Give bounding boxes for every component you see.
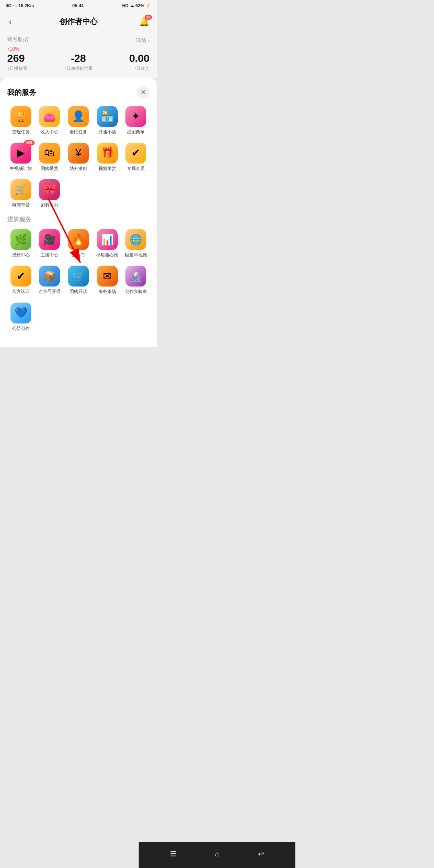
service-item[interactable]: 👛收入中心	[36, 106, 63, 135]
status-time: 05:44	[72, 3, 84, 8]
service-label: 视频赞赏	[98, 166, 116, 171]
service-label: 成长中心	[12, 252, 30, 258]
recommend-badge: 推荐	[24, 140, 35, 145]
service-item[interactable]: 📦企业号开通	[36, 266, 63, 294]
close-button[interactable]: ✕	[137, 86, 149, 99]
service-label: 巨量本地推	[125, 252, 147, 258]
service-label: 专属会员	[127, 166, 145, 171]
service-item[interactable]: ¥站外激励	[65, 143, 92, 171]
service-label: 公益创作	[12, 326, 30, 331]
service-item[interactable]: ▶推荐中视频计划	[7, 143, 35, 171]
stat-value-fans: -28	[55, 53, 102, 64]
service-label: 中视频计划	[10, 166, 32, 171]
service-icon: 🎀	[39, 179, 60, 200]
service-item[interactable]: ✔专属会员	[122, 143, 149, 171]
advanced-grid-row1: 🌿成长中心🎥主播中心🔥上热门📊小店随心推🌐巨量本地推	[7, 229, 149, 258]
service-icon: ✉	[97, 266, 118, 287]
service-icon: 🔬	[125, 266, 146, 287]
stat-change: ↑10%	[7, 46, 55, 52]
service-icon: ▶推荐	[10, 143, 31, 164]
stats-panel: 账号数据 详情 › ↑10% 269 7日播放量 - -28 7日净增粉丝量 -…	[0, 32, 157, 78]
service-icon: ✔	[125, 143, 146, 164]
stat-item-income: - 0.00 7日收入	[102, 46, 149, 72]
stat-label-income: 7日收入	[102, 66, 149, 72]
status-bar: 4G ↑↓ 18.2K/s 05:44 HD ☁ 62% ⚡	[0, 0, 157, 11]
stat-item-plays: ↑10% 269 7日播放量	[7, 46, 55, 72]
service-item[interactable]: 🔥上热门	[65, 229, 92, 258]
status-right-text: HD ☁ 62% ⚡	[122, 3, 151, 8]
service-label: 小店随心推	[96, 252, 118, 258]
stats-row: ↑10% 269 7日播放量 - -28 7日净增粉丝量 - 0.00 7日收入	[7, 46, 149, 72]
service-icon: 🏆	[10, 106, 31, 127]
service-label: 官方认证	[12, 289, 30, 294]
service-item[interactable]: 🏆变现任务	[7, 106, 35, 135]
service-item[interactable]: ✦星图商单	[122, 106, 149, 135]
service-icon: 🛍	[39, 143, 60, 164]
stat-item-fans: - -28 7日净增粉丝量	[55, 46, 102, 72]
service-icon: 📊	[97, 229, 118, 250]
service-icon: 🔥	[68, 229, 89, 250]
service-icon: 🛒	[10, 179, 31, 200]
stat-value-income: 0.00	[102, 53, 149, 64]
service-item[interactable]: 🌐巨量本地推	[122, 229, 149, 258]
notification-badge: 16	[145, 15, 152, 20]
stat-label-plays: 7日播放量	[7, 66, 55, 72]
service-item[interactable]: ✉服务市场	[94, 266, 121, 294]
service-label: 剧有引力	[41, 203, 58, 208]
back-button[interactable]: ‹	[7, 15, 13, 28]
stats-label: 账号数据	[7, 36, 28, 43]
service-item[interactable]: 🎀剧有引力	[36, 179, 63, 208]
page-title: 创作者中心	[59, 16, 98, 27]
service-icon: 💙	[10, 303, 31, 323]
my-services-title: 我的服务	[7, 88, 36, 97]
service-grid-row1: 🏆变现任务👛收入中心👤全民任务🏪开通小店✦星图商单	[7, 106, 149, 135]
service-icon: 👛	[39, 106, 60, 127]
service-icon: 🌿	[10, 229, 31, 250]
service-label: 开通小店	[98, 129, 116, 135]
card-header: 我的服务 ✕	[7, 86, 149, 99]
service-item[interactable]: 🏪开通小店	[94, 106, 121, 135]
main-card: 我的服务 ✕ 🏆变现任务👛收入中心👤全民任务🏪开通小店✦星图商单 ▶推荐中视频计…	[0, 78, 157, 347]
service-icon: 📦	[39, 266, 60, 287]
service-icon: 🎁	[97, 143, 118, 164]
service-item[interactable]: 🛒团购开店	[65, 266, 92, 294]
service-label: 团购带货	[41, 166, 58, 171]
service-label: 站外激励	[70, 166, 87, 171]
service-item[interactable]: ✔官方认证	[7, 266, 35, 294]
service-icon: 🏪	[97, 106, 118, 127]
advanced-grid-row3: 💙公益创作	[7, 303, 149, 331]
service-item[interactable]: 🛍团购带货	[36, 143, 63, 171]
service-icon: 🎥	[39, 229, 60, 250]
service-label: 收入中心	[41, 129, 58, 135]
service-item[interactable]: 💙公益创作	[7, 303, 35, 331]
notification-button[interactable]: 🔔 16	[139, 16, 149, 27]
service-item[interactable]: 📊小店随心推	[94, 229, 121, 258]
stat-value-plays: 269	[7, 53, 55, 64]
service-item[interactable]: 👤全民任务	[65, 106, 92, 135]
service-item[interactable]: 🛒电商带货	[7, 179, 35, 208]
service-item[interactable]: 🔬创作实验室	[122, 266, 149, 294]
stat-label-fans: 7日净增粉丝量	[55, 66, 102, 72]
service-label: 全民任务	[70, 129, 87, 135]
service-item[interactable]: 🎁视频赞赏	[94, 143, 121, 171]
service-item[interactable]: 🌿成长中心	[7, 229, 35, 258]
service-icon: ¥	[68, 143, 89, 164]
service-icon: ✦	[125, 106, 146, 127]
advanced-grid-row2: ✔官方认证📦企业号开通🛒团购开店✉服务市场🔬创作实验室	[7, 266, 149, 294]
service-item[interactable]: 🎥主播中心	[36, 229, 63, 258]
service-icon: ✔	[10, 266, 31, 287]
service-label: 主播中心	[41, 252, 58, 258]
service-icon: 🛒	[68, 266, 89, 287]
service-icon: 👤	[68, 106, 89, 127]
service-label: 星图商单	[127, 129, 145, 135]
stats-header-row: 账号数据 详情 ›	[7, 36, 149, 45]
service-label: 变现任务	[12, 129, 30, 135]
service-label: 企业号开通	[39, 289, 61, 294]
status-left: 4G ↑↓ 18.2K/s	[6, 3, 34, 8]
header: ‹ 创作者中心 🔔 16	[0, 11, 157, 32]
service-icon: 🌐	[125, 229, 146, 250]
service-label: 电商带货	[12, 203, 30, 208]
service-grid-row3: 🛒电商带货🎀剧有引力	[7, 179, 149, 208]
service-label: 创作实验室	[125, 289, 147, 294]
stats-detail-link[interactable]: 详情 ›	[136, 36, 149, 45]
